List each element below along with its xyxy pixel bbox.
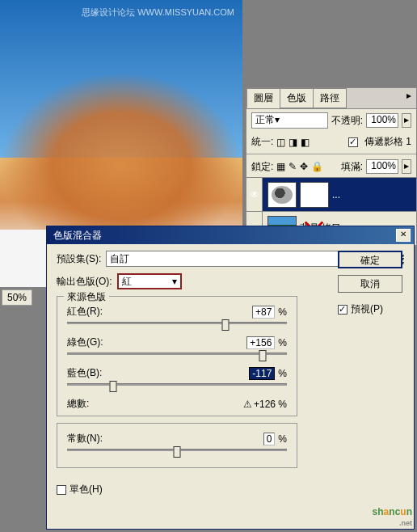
red-label: 紅色(R): [67,305,103,319]
layers-panel: 圖層 色版 路徑 ▸ 正常▾ 不透明: 100% ▸ 統一: ◫ ◨ ◧ 傳遞影… [246,87,417,247]
pct-label: % [278,433,287,445]
mask-thumb[interactable] [300,182,329,208]
fieldset-title: 來源色版 [64,290,109,304]
constant-value-input[interactable]: 0 [263,433,276,445]
cancel-button[interactable]: 取消 [338,275,402,293]
propagate-checkbox[interactable] [348,137,358,147]
red-value-input[interactable]: +87 [252,306,275,319]
lock-position-icon[interactable]: ✥ [300,161,308,172]
output-channel-select[interactable]: 紅▾ [117,273,182,289]
constant-fieldset: 常數(N): 0% [57,423,297,468]
preview-checkbox[interactable] [338,305,348,315]
watermark-logo: shancun .net [373,502,412,527]
total-label: 總數: [67,397,89,411]
monochrome-checkbox[interactable] [57,485,66,495]
close-button[interactable]: ✕ [396,229,411,242]
tab-paths[interactable]: 路徑 [313,88,347,108]
green-value-input[interactable]: +156 [246,336,275,349]
visibility-icon[interactable]: 👁 [246,178,263,211]
pct-label: % [278,337,287,348]
blend-mode-value: 正常 [255,114,275,125]
pct-label: % [278,368,287,379]
green-slider[interactable] [67,353,287,355]
lock-all-icon[interactable]: 🔒 [311,161,323,172]
photo-palms [0,72,242,230]
ok-button[interactable]: 確定 [338,251,402,268]
fill-input[interactable]: 100% [366,159,398,174]
fill-arrow-icon[interactable]: ▸ [402,159,411,174]
panel-tabs: 圖層 色版 路徑 ▸ [246,88,416,109]
dialog-title: 色版混合器 [50,229,396,243]
constant-slider[interactable] [67,449,287,451]
pct-label: % [278,399,287,410]
propagate-label: 傳遞影格 1 [364,135,411,149]
blend-mode-select[interactable]: 正常▾ [251,112,328,129]
tab-layers[interactable]: 圖層 [246,88,280,108]
warning-icon: ⚠ [243,399,252,410]
channel-mixer-dialog: 色版混合器 ✕ 預設集(S): 自訂▾ 輸出色版(O): 紅▾ 來源色版 紅色(… [46,226,415,530]
constant-label: 常數(N): [67,432,103,445]
opacity-arrow-icon[interactable]: ▸ [402,113,411,128]
adjustment-thumb[interactable] [267,182,297,208]
zoom-percentage[interactable]: 50% [2,289,32,306]
pct-label: % [278,306,287,318]
blue-slider[interactable] [67,383,287,386]
layer-name-dots: ... [332,189,340,201]
blue-value-input[interactable]: -117 [249,367,275,380]
total-value: +126 [254,399,276,410]
preview-label: 預視(P) [351,302,383,316]
tab-channels[interactable]: 色版 [280,88,314,108]
output-channel-label: 輸出色版(O): [57,275,112,289]
preset-value: 自訂 [110,252,129,266]
source-channels-fieldset: 來源色版 紅色(R): +87% 綠色(G): +156% 藍色(B): [57,296,297,416]
lock-label: 鎖定: [251,160,273,174]
lock-transparency-icon[interactable]: ▦ [276,161,285,172]
layer-item-adjustment[interactable]: 👁 ... [246,178,416,212]
preset-label: 預設集(S): [57,252,101,266]
blue-label: 藍色(B): [67,366,102,380]
output-channel-value: 紅 [122,275,132,289]
opacity-input[interactable]: 100% [366,113,398,128]
watermark-text: 思缘设计论坛 WWW.MISSYUAN.COM [82,6,234,19]
panel-menu-icon[interactable]: ▸ [402,88,416,108]
unify-icon-1[interactable]: ◫ [276,137,285,148]
green-label: 綠色(G): [67,336,103,349]
lock-pixels-icon[interactable]: ✎ [289,161,297,172]
dialog-titlebar[interactable]: 色版混合器 ✕ [47,226,414,244]
unify-icon-2[interactable]: ◨ [289,137,297,148]
fill-label: 填滿: [341,160,363,174]
unify-label: 統一: [251,135,273,149]
opacity-label: 不透明: [331,114,363,128]
red-slider[interactable] [67,322,287,324]
unify-icon-3[interactable]: ◧ [301,137,310,148]
monochrome-label: 單色(H) [70,483,103,496]
